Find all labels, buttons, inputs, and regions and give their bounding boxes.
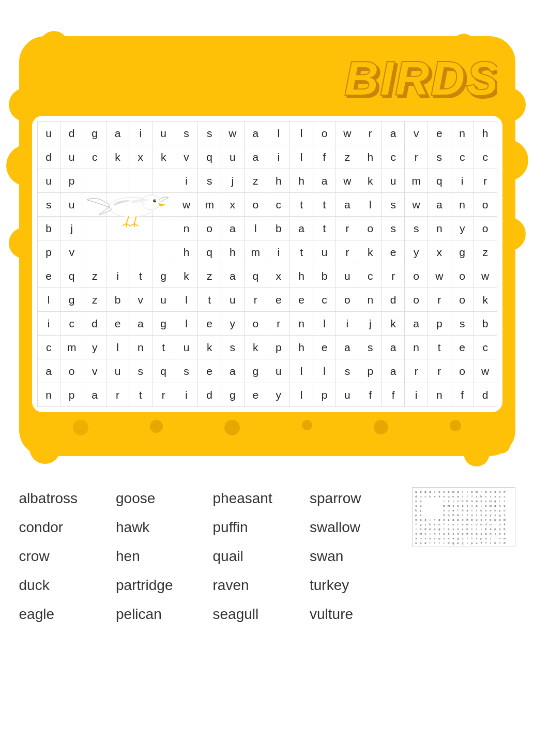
word-item: duck bbox=[19, 574, 111, 597]
grid-cell: u bbox=[382, 169, 405, 193]
mini-grid-cell: g bbox=[437, 526, 442, 531]
grid-cell: u bbox=[106, 359, 129, 383]
mini-grid-cell: w bbox=[489, 503, 493, 508]
mini-grid-cell: n bbox=[493, 508, 498, 512]
mini-grid-cell: o bbox=[498, 517, 502, 522]
mini-grid-cell: t bbox=[465, 512, 470, 517]
mini-grid-cell: p bbox=[493, 526, 498, 531]
mini-grid-cell: l bbox=[428, 531, 433, 536]
grid-cell: v bbox=[175, 145, 198, 169]
grid-cell: i bbox=[267, 240, 290, 264]
title-area: BIRDS bbox=[32, 49, 502, 111]
grid-cell: h bbox=[267, 169, 290, 193]
grid-cell: k bbox=[359, 169, 382, 193]
mini-grid-cell: k bbox=[447, 531, 451, 536]
mini-grid-cell: m bbox=[447, 503, 451, 508]
grid-cell: j bbox=[60, 217, 83, 240]
mini-grid-cell: r bbox=[502, 498, 507, 503]
grid-cell: x bbox=[221, 193, 244, 217]
mini-grid-cell: k bbox=[502, 522, 507, 526]
grid-cell: l bbox=[106, 336, 129, 359]
mini-grid-cell: o bbox=[447, 508, 451, 512]
grid-cell: w bbox=[175, 193, 198, 217]
grid-cell: a bbox=[405, 312, 428, 336]
mini-grid-cell bbox=[423, 498, 428, 503]
grid-cell: e bbox=[198, 312, 221, 336]
mini-grid-cell bbox=[428, 508, 433, 512]
mini-grid-cell: e bbox=[498, 531, 502, 536]
grid-cell: s bbox=[336, 359, 359, 383]
mini-grid-cell: n bbox=[498, 503, 502, 508]
mini-grid-cell: l bbox=[470, 536, 475, 540]
grid-cell: a bbox=[382, 122, 405, 145]
mini-grid-cell: a bbox=[451, 517, 456, 522]
mini-grid-cell: w bbox=[451, 489, 456, 494]
grid-cell: b bbox=[313, 264, 335, 288]
grid-cell: b bbox=[37, 217, 60, 240]
mini-grid-cell: c bbox=[502, 531, 507, 536]
grid-cell: t bbox=[290, 240, 313, 264]
grid-cell: r bbox=[428, 288, 451, 312]
grid-cell: r bbox=[428, 359, 451, 383]
mini-grid-cell: s bbox=[442, 536, 447, 540]
mini-grid-cell: a bbox=[414, 536, 419, 540]
mini-grid-cell: x bbox=[433, 494, 437, 498]
mini-grid-cell bbox=[428, 503, 433, 508]
grid-cell: v bbox=[60, 240, 83, 264]
mini-grid-cell: o bbox=[456, 503, 461, 508]
mini-grid-cell bbox=[433, 503, 437, 508]
mini-grid-cell: t bbox=[433, 540, 437, 545]
mini-grid-cell: u bbox=[451, 494, 456, 498]
grid-cell: c bbox=[474, 145, 497, 169]
word-item: seagull bbox=[213, 603, 305, 626]
mini-grid-cell: f bbox=[484, 540, 489, 545]
mini-grid-cell: o bbox=[498, 536, 502, 540]
grid-cell: o bbox=[313, 122, 335, 145]
grid-cell: k bbox=[152, 145, 175, 169]
mini-grid-cell: p bbox=[419, 498, 423, 503]
mini-grid-cell: t bbox=[447, 522, 451, 526]
grid-cell: s bbox=[37, 193, 60, 217]
mini-grid-cell: d bbox=[484, 522, 489, 526]
mini-grid-cell: r bbox=[475, 512, 479, 517]
mini-grid-cell: v bbox=[489, 489, 493, 494]
grid-cell: k bbox=[382, 312, 405, 336]
word-item: eagle bbox=[19, 603, 111, 626]
grid-cell: l bbox=[359, 193, 382, 217]
mini-grid-cell: i bbox=[428, 517, 433, 522]
grid-cell: a bbox=[221, 217, 244, 240]
grid-cell: k bbox=[474, 288, 497, 312]
grid-cell: q bbox=[60, 264, 83, 288]
mini-grid-cell: x bbox=[461, 517, 465, 522]
mini-grid-cell: a bbox=[484, 489, 489, 494]
grid-cell: p bbox=[60, 169, 83, 193]
mini-grid-cell: c bbox=[470, 522, 475, 526]
grid-cell bbox=[106, 193, 129, 217]
grid-cell: e bbox=[451, 336, 474, 359]
mini-grid-cell: j bbox=[479, 526, 484, 531]
grid-cell: b bbox=[474, 312, 497, 336]
grid-cell: z bbox=[83, 288, 106, 312]
grid-cell: l bbox=[313, 359, 335, 383]
mini-grid-cell: c bbox=[484, 494, 489, 498]
mini-grid-cell: o bbox=[498, 522, 502, 526]
word-item: crow bbox=[19, 545, 111, 568]
grid-cell: j bbox=[359, 312, 382, 336]
mini-grid-cell: v bbox=[433, 522, 437, 526]
grid-cell: e bbox=[198, 359, 221, 383]
mini-grid-cell: z bbox=[456, 498, 461, 503]
grid-cell: f bbox=[313, 145, 335, 169]
mini-grid-cell: q bbox=[447, 512, 451, 517]
mini-grid-cell: q bbox=[437, 536, 442, 540]
grid-cell: g bbox=[451, 240, 474, 264]
grid-cell: s bbox=[198, 169, 221, 193]
word-item: pheasant bbox=[213, 487, 305, 510]
mini-grid-cell bbox=[437, 508, 442, 512]
grid-cell: o bbox=[405, 288, 428, 312]
grid-cell: z bbox=[198, 264, 221, 288]
mini-grid-cell: h bbox=[465, 498, 470, 503]
mini-grid-cell: r bbox=[475, 508, 479, 512]
grid-cell: q bbox=[152, 359, 175, 383]
mini-grid-cell: p bbox=[419, 540, 423, 545]
mini-grid-cell: p bbox=[479, 536, 484, 540]
